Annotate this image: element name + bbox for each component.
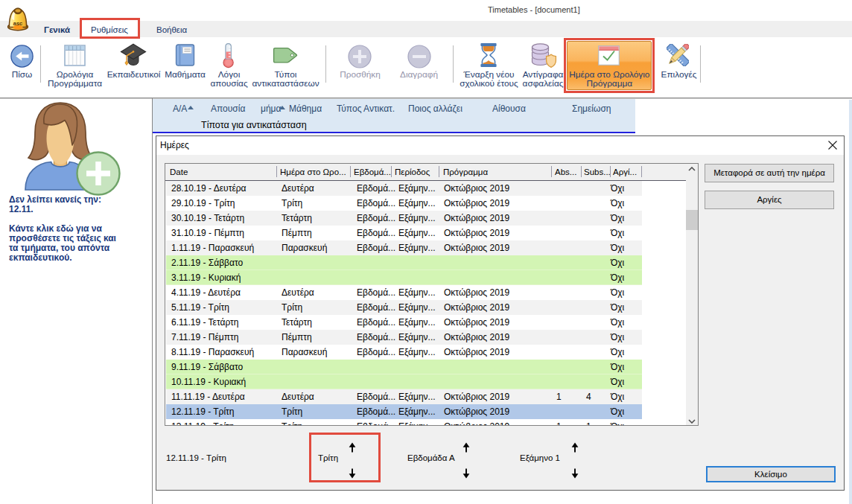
svg-text:asc: asc (13, 20, 23, 27)
